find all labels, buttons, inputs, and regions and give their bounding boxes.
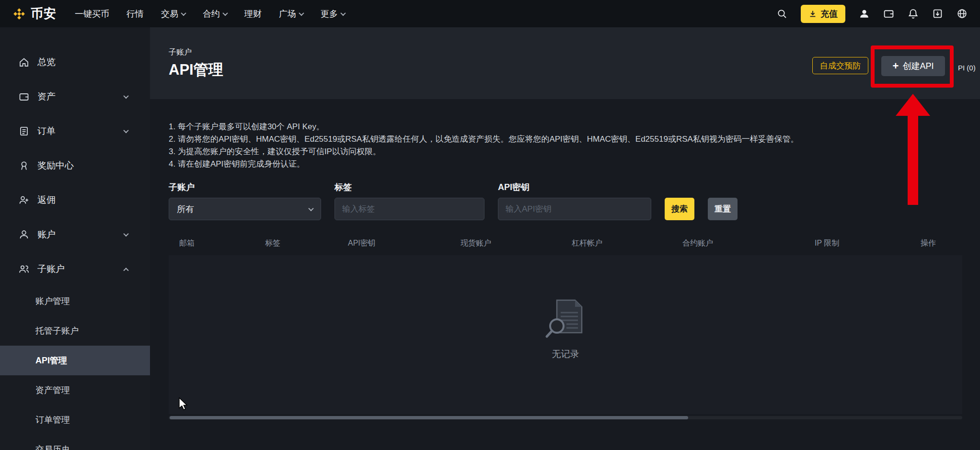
note-line: 4. 请在创建API密钥前完成身份认证。 xyxy=(169,158,980,170)
sidebar: 总览 资产 订单 奖励中心 返佣 账户 子账户 账户管理 托管子账户 API管理… xyxy=(0,27,150,450)
column-header-ip-restriction: IP 限制 xyxy=(815,238,921,248)
search-icon[interactable] xyxy=(776,8,788,20)
search-button[interactable]: 搜索 xyxy=(665,198,694,220)
table-body: 无记录 xyxy=(169,255,962,414)
create-api-button[interactable]: + 创建API xyxy=(881,56,945,76)
column-header-actions: 操作 xyxy=(921,238,962,248)
sidebar-subitem-api-management[interactable]: API管理 xyxy=(0,346,150,375)
plus-icon: + xyxy=(893,61,899,71)
page-header: 子账户 API管理 自成交预防 + 创建API PI (0) xyxy=(150,27,980,99)
deposit-button[interactable]: 充值 xyxy=(801,5,845,23)
topbar-actions: 充值 xyxy=(776,5,968,23)
wallet-icon[interactable] xyxy=(883,8,894,20)
breadcrumb[interactable]: 子账户 xyxy=(169,47,192,57)
sidebar-subitem-account-management[interactable]: 账户管理 xyxy=(0,286,150,316)
table-header-row: 邮箱 标签 API密钥 现货账户 杠杆帐户 合约账户 IP 限制 操作 xyxy=(169,238,962,255)
referral-icon xyxy=(19,195,29,205)
nav-item-markets[interactable]: 行情 xyxy=(127,8,144,20)
api-table: 邮箱 标签 API密钥 现货账户 杠杆帐户 合约账户 IP 限制 操作 xyxy=(169,238,962,414)
subaccount-filter-group: 子账户 所有 xyxy=(169,181,321,220)
reset-button[interactable]: 重置 xyxy=(708,198,738,220)
column-header-api-key: API密钥 xyxy=(348,238,461,248)
sidebar-item-referral[interactable]: 返佣 xyxy=(0,183,150,217)
orders-icon xyxy=(19,126,29,136)
nav-item-buy-crypto[interactable]: 一键买币 xyxy=(75,8,109,20)
note-line: 1. 每个子账户最多可以创建30个 API Key。 xyxy=(169,121,980,133)
profile-icon[interactable] xyxy=(858,8,870,20)
sidebar-item-overview[interactable]: 总览 xyxy=(0,45,150,79)
nav-item-square[interactable]: 广场 xyxy=(279,8,303,20)
sidebar-item-assets[interactable]: 资产 xyxy=(0,79,150,114)
api-notes: 1. 每个子账户最多可以创建30个 API Key。 2. 请勿将您的API密钥… xyxy=(169,121,980,170)
column-header-tag: 标签 xyxy=(265,238,348,248)
wallet-icon xyxy=(19,91,29,102)
sidebar-subitem-asset-management[interactable]: 资产管理 xyxy=(0,375,150,405)
download-app-icon[interactable] xyxy=(932,8,943,20)
language-globe-icon[interactable] xyxy=(956,8,968,20)
partial-api-count-text[interactable]: PI (0) xyxy=(958,64,976,72)
column-header-spot-account: 现货账户 xyxy=(461,238,572,248)
tag-filter-group: 标签 xyxy=(334,181,484,220)
user-icon xyxy=(19,229,29,240)
nav-item-earn[interactable]: 理财 xyxy=(244,8,262,20)
notification-bell-icon[interactable] xyxy=(907,8,919,20)
sidebar-item-rewards-hub[interactable]: 奖励中心 xyxy=(0,148,150,183)
chevron-down-icon xyxy=(340,10,346,15)
sidebar-item-orders[interactable]: 订单 xyxy=(0,114,150,148)
sidebar-item-subaccounts[interactable]: 子账户 xyxy=(0,252,150,286)
top-navigation-bar: 币安 一键买币 行情 交易 合约 理财 广场 更多 充值 xyxy=(0,0,980,27)
horizontal-scrollbar-track xyxy=(169,416,962,419)
tag-filter-label: 标签 xyxy=(334,181,484,193)
api-key-filter-group: API密钥 xyxy=(498,181,651,220)
chevron-down-icon xyxy=(123,231,128,236)
chevron-down-icon xyxy=(222,10,228,15)
empty-state-text: 无记录 xyxy=(552,348,579,360)
home-icon xyxy=(19,57,29,68)
subaccount-filter-label: 子账户 xyxy=(169,181,321,193)
chevron-down-icon xyxy=(181,10,186,15)
chevron-down-icon xyxy=(123,93,128,99)
subaccount-select[interactable]: 所有 xyxy=(169,198,321,220)
page-title: API管理 xyxy=(169,60,223,80)
sidebar-subitem-order-management[interactable]: 订单管理 xyxy=(0,405,150,435)
chevron-down-icon xyxy=(308,205,313,211)
no-records-icon xyxy=(542,296,588,342)
api-key-filter-label: API密钥 xyxy=(498,181,651,193)
deposit-icon xyxy=(808,10,817,18)
main-content: 子账户 API管理 自成交预防 + 创建API PI (0) 1. 每个子账户最… xyxy=(150,27,980,450)
note-line: 2. 请勿将您的API密钥、HMAC密钥、Ed25519或RSA私钥透露给任何人… xyxy=(169,133,980,146)
brand-name: 币安 xyxy=(31,5,57,22)
rewards-icon xyxy=(19,160,29,171)
filter-bar: 子账户 所有 标签 API密钥 搜索 重置 xyxy=(169,181,980,220)
column-header-email: 邮箱 xyxy=(179,238,265,248)
sidebar-subitem-trade-history[interactable]: 交易历史 xyxy=(0,435,150,450)
self-trade-prevention-button[interactable]: 自成交预防 xyxy=(812,57,868,74)
api-key-input[interactable] xyxy=(498,198,651,220)
tag-input[interactable] xyxy=(334,198,484,220)
nav-item-futures[interactable]: 合约 xyxy=(203,8,227,20)
note-line: 3. 为提高您账户的安全性，建议仅授予可信IP以访问权限。 xyxy=(169,146,980,158)
binance-diamond-icon xyxy=(12,7,26,21)
chevron-down-icon xyxy=(299,10,304,15)
binance-logo[interactable]: 币安 xyxy=(12,5,57,22)
horizontal-scrollbar-thumb[interactable] xyxy=(170,416,688,419)
sidebar-subitem-managed-subaccount[interactable]: 托管子账户 xyxy=(0,316,150,346)
chevron-up-icon xyxy=(123,268,128,273)
column-header-margin-account: 杠杆帐户 xyxy=(572,238,682,248)
users-icon xyxy=(19,264,29,274)
sidebar-item-account[interactable]: 账户 xyxy=(0,217,150,252)
nav-item-more[interactable]: 更多 xyxy=(321,8,345,20)
empty-state: 无记录 xyxy=(542,296,588,360)
chevron-down-icon xyxy=(123,128,128,133)
column-header-futures-account: 合约账户 xyxy=(682,238,815,248)
nav-item-trade[interactable]: 交易 xyxy=(161,8,185,20)
